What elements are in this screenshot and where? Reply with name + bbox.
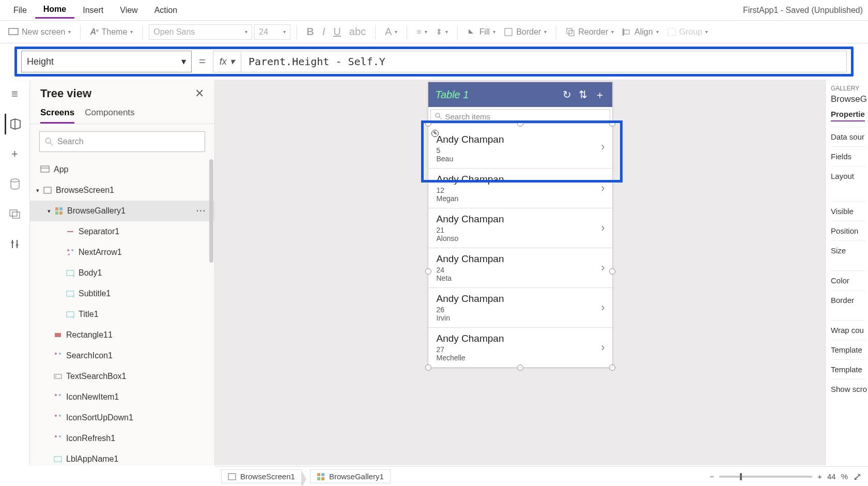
- breadcrumb-gallery[interactable]: BrowseGallery1: [310, 469, 391, 483]
- tab-screens[interactable]: Screens: [40, 108, 74, 124]
- tree-node-lblappname[interactable]: LblAppName1: [30, 449, 214, 465]
- ribbon-new-screen[interactable]: New screen▾: [5, 27, 74, 37]
- zoom-slider[interactable]: [719, 476, 812, 478]
- svg-line-46: [439, 117, 442, 119]
- tree-node-subtitle[interactable]: Subtitle1: [30, 283, 214, 304]
- scrollbar-thumb[interactable]: [209, 159, 213, 263]
- italic-button[interactable]: I: [319, 26, 329, 38]
- formula-input[interactable]: Parent.Height - Self.Y: [241, 51, 847, 72]
- fill-button[interactable]: Fill▾: [464, 27, 499, 37]
- fx-button[interactable]: fx▾: [213, 51, 241, 72]
- tree-node-app[interactable]: App: [30, 159, 214, 180]
- border-button[interactable]: Border▾: [501, 27, 550, 37]
- screen-icon: [43, 187, 52, 194]
- tree-node-nextarrow[interactable]: + NextArrow1: [30, 242, 214, 263]
- zoom-pct: %: [841, 472, 848, 481]
- tree-node-browsegallery[interactable]: ▾ BrowseGallery1 ···: [30, 201, 214, 221]
- group-button[interactable]: Group▾: [664, 27, 711, 37]
- tree-node-iconnewitem[interactable]: IconNewItem1: [30, 387, 214, 407]
- icon-ctrl-icon: [54, 352, 62, 360]
- vertical-align-button[interactable]: ⬍▾: [432, 27, 451, 37]
- chevron-down-icon: ▾: [48, 208, 51, 215]
- font-color-button[interactable]: A▾: [382, 26, 400, 38]
- svg-text:+: +: [68, 252, 70, 256]
- tree-node-iconsortupdown[interactable]: IconSortUpDown1: [30, 407, 214, 428]
- strike-button[interactable]: abc: [346, 26, 369, 38]
- tree-node-body[interactable]: Body1: [30, 263, 214, 283]
- prop-row[interactable]: Wrap cou: [831, 320, 866, 340]
- font-size-select[interactable]: 24 ▾: [254, 24, 290, 40]
- prop-row[interactable]: Border: [831, 290, 866, 310]
- underline-button[interactable]: U: [330, 26, 344, 38]
- prop-row[interactable]: Layout: [831, 166, 866, 186]
- data-icon[interactable]: [5, 174, 25, 194]
- prop-row[interactable]: Visible: [831, 201, 866, 221]
- zoom-out-button[interactable]: −: [709, 472, 714, 481]
- tree-node-separator[interactable]: Separator1: [30, 221, 214, 242]
- property-selector[interactable]: Height ▾: [21, 51, 192, 72]
- chevron-right-icon[interactable]: ›: [601, 341, 605, 354]
- bold-button[interactable]: B: [303, 26, 317, 38]
- app-icon: [40, 165, 50, 174]
- item-subtitle: Irvin: [437, 314, 604, 322]
- tab-properties[interactable]: Propertie: [831, 110, 865, 122]
- breadcrumb-screen[interactable]: BrowseScreen1: [221, 469, 302, 483]
- ribbon-theme[interactable]: Aa Theme▾: [87, 27, 136, 37]
- list-item[interactable]: Andy Champan 24 Neta ›: [428, 248, 612, 288]
- zoom-in-button[interactable]: +: [817, 472, 822, 481]
- tree-node-textsearchbox[interactable]: TextSearchBox1: [30, 366, 214, 387]
- svg-rect-48: [317, 473, 320, 476]
- prop-row[interactable]: Fields: [831, 146, 866, 166]
- chevron-down-icon: ▾: [36, 187, 39, 194]
- node-label: BrowseGallery1: [67, 206, 126, 216]
- svg-point-35: [59, 353, 61, 355]
- tools-icon[interactable]: [5, 234, 25, 254]
- add-icon[interactable]: ＋: [595, 88, 605, 102]
- prop-row[interactable]: Data sour: [831, 127, 866, 146]
- menu-home[interactable]: Home: [35, 2, 74, 19]
- chevron-right-icon[interactable]: ›: [601, 301, 605, 314]
- canvas-area[interactable]: ↖ Table 1 ↻ ⇅ ＋ Search items: [215, 80, 825, 465]
- prop-row[interactable]: Size: [831, 240, 866, 260]
- tree-node-rectangle[interactable]: Rectangle11: [30, 325, 214, 345]
- prop-row[interactable]: Color: [831, 270, 866, 290]
- menu-insert[interactable]: Insert: [74, 3, 112, 18]
- tree-node-browsescreen[interactable]: ▾ BrowseScreen1: [30, 180, 214, 201]
- label-icon: [66, 310, 74, 318]
- prop-row[interactable]: Show scro: [831, 379, 866, 399]
- prop-row[interactable]: Position: [831, 221, 866, 240]
- prop-row[interactable]: Template: [831, 359, 866, 379]
- prop-row[interactable]: Template: [831, 340, 866, 359]
- add-icon[interactable]: +: [5, 144, 25, 164]
- search-placeholder: Search items: [445, 112, 491, 121]
- chevron-right-icon[interactable]: ›: [601, 221, 605, 235]
- tree-view-icon[interactable]: [5, 114, 25, 134]
- list-item[interactable]: Andy Champan 26 Irvin ›: [428, 288, 612, 328]
- svg-point-41: [59, 415, 61, 417]
- hamburger-icon[interactable]: ≡: [5, 84, 25, 104]
- align-button[interactable]: Align▾: [619, 27, 662, 37]
- text-align-button[interactable]: ≡▾: [413, 27, 430, 37]
- tree-search-input[interactable]: Search: [39, 131, 205, 152]
- sort-icon[interactable]: ⇅: [579, 88, 587, 101]
- reorder-button[interactable]: Reorder▾: [563, 27, 617, 37]
- menu-file[interactable]: File: [5, 3, 35, 18]
- media-icon[interactable]: [5, 204, 25, 224]
- node-label: Rectangle11: [66, 330, 113, 340]
- chevron-right-icon[interactable]: ›: [601, 181, 605, 195]
- refresh-icon[interactable]: ↻: [563, 88, 571, 101]
- close-icon[interactable]: ✕: [195, 87, 204, 100]
- expand-icon[interactable]: ⤢: [853, 470, 862, 483]
- tree-node-iconrefresh[interactable]: IconRefresh1: [30, 428, 214, 449]
- tab-components[interactable]: Components: [85, 108, 134, 124]
- menu-view[interactable]: View: [112, 3, 146, 18]
- svg-rect-8: [10, 210, 17, 216]
- tree-node-title[interactable]: Title1: [30, 304, 214, 325]
- menu-action[interactable]: Action: [146, 3, 185, 18]
- list-item[interactable]: Andy Champan 27 Mechelle ›: [428, 328, 612, 368]
- font-select[interactable]: Open Sans ▾: [149, 24, 252, 40]
- list-item[interactable]: Andy Champan 21 Alonso ›: [428, 208, 612, 248]
- node-label: Title1: [79, 310, 99, 319]
- tree-node-searchicon[interactable]: SearchIcon1: [30, 345, 214, 366]
- chevron-right-icon[interactable]: ›: [601, 261, 605, 275]
